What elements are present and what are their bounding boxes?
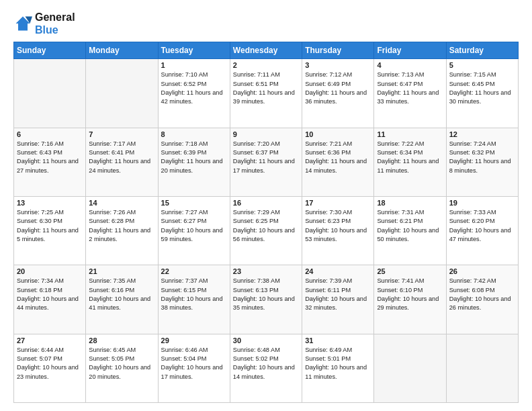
- logo-icon: [13, 14, 32, 33]
- day-number: 3: [305, 61, 371, 69]
- day-content: Sunrise: 7:27 AM Sunset: 6:27 PM Dayligh…: [161, 208, 227, 244]
- day-number: 30: [233, 336, 299, 345]
- day-content: Sunrise: 7:15 AM Sunset: 6:45 PM Dayligh…: [449, 71, 515, 106]
- day-number: 24: [305, 267, 371, 275]
- day-cell: 18Sunrise: 7:31 AM Sunset: 6:21 PM Dayli…: [374, 197, 446, 265]
- weekday-header-row: SundayMondayTuesdayWednesdayThursdayFrid…: [14, 42, 519, 59]
- day-cell: 12Sunrise: 7:24 AM Sunset: 6:32 PM Dayli…: [446, 128, 518, 196]
- day-content: Sunrise: 6:46 AM Sunset: 5:04 PM Dayligh…: [161, 346, 227, 381]
- day-number: 25: [377, 267, 443, 275]
- day-content: Sunrise: 6:45 AM Sunset: 5:05 PM Dayligh…: [89, 346, 154, 381]
- day-cell: 27Sunrise: 6:44 AM Sunset: 5:07 PM Dayli…: [14, 334, 86, 402]
- logo: General Blue: [13, 11, 75, 36]
- day-content: Sunrise: 7:33 AM Sunset: 6:20 PM Dayligh…: [449, 208, 515, 244]
- week-row-4: 20Sunrise: 7:34 AM Sunset: 6:18 PM Dayli…: [14, 265, 519, 334]
- day-number: 18: [377, 199, 443, 207]
- day-number: 12: [449, 130, 515, 138]
- day-number: 26: [449, 267, 515, 275]
- day-cell: 31Sunrise: 6:49 AM Sunset: 5:01 PM Dayli…: [302, 334, 374, 402]
- week-row-1: 1Sunrise: 7:10 AM Sunset: 6:52 PM Daylig…: [14, 59, 519, 128]
- day-content: Sunrise: 7:13 AM Sunset: 6:47 PM Dayligh…: [377, 71, 443, 106]
- day-content: Sunrise: 7:41 AM Sunset: 6:10 PM Dayligh…: [377, 277, 443, 312]
- day-cell: 9Sunrise: 7:20 AM Sunset: 6:37 PM Daylig…: [230, 128, 302, 196]
- day-cell: 29Sunrise: 6:46 AM Sunset: 5:04 PM Dayli…: [158, 334, 230, 402]
- day-number: 28: [89, 336, 154, 345]
- day-number: 17: [305, 199, 371, 207]
- week-row-2: 6Sunrise: 7:16 AM Sunset: 6:43 PM Daylig…: [14, 128, 519, 196]
- day-content: Sunrise: 7:42 AM Sunset: 6:08 PM Dayligh…: [449, 277, 515, 312]
- weekday-header-saturday: Saturday: [446, 42, 518, 59]
- day-number: 7: [89, 130, 154, 138]
- day-cell: 8Sunrise: 7:18 AM Sunset: 6:39 PM Daylig…: [158, 128, 230, 196]
- day-content: Sunrise: 7:37 AM Sunset: 6:15 PM Dayligh…: [161, 277, 227, 312]
- day-number: 2: [233, 61, 299, 69]
- day-cell: 2Sunrise: 7:11 AM Sunset: 6:51 PM Daylig…: [230, 59, 302, 128]
- day-number: 1: [161, 61, 227, 69]
- day-cell: 19Sunrise: 7:33 AM Sunset: 6:20 PM Dayli…: [446, 197, 518, 265]
- day-content: Sunrise: 7:16 AM Sunset: 6:43 PM Dayligh…: [17, 140, 83, 175]
- day-cell: 21Sunrise: 7:35 AM Sunset: 6:16 PM Dayli…: [86, 265, 158, 334]
- day-cell: 11Sunrise: 7:22 AM Sunset: 6:34 PM Dayli…: [374, 128, 446, 196]
- day-content: Sunrise: 7:21 AM Sunset: 6:36 PM Dayligh…: [305, 140, 371, 175]
- day-cell: 22Sunrise: 7:37 AM Sunset: 6:15 PM Dayli…: [158, 265, 230, 334]
- week-row-5: 27Sunrise: 6:44 AM Sunset: 5:07 PM Dayli…: [14, 334, 519, 402]
- day-number: 4: [377, 61, 443, 69]
- day-content: Sunrise: 7:25 AM Sunset: 6:30 PM Dayligh…: [17, 208, 83, 244]
- day-number: 5: [449, 61, 515, 69]
- day-cell: 10Sunrise: 7:21 AM Sunset: 6:36 PM Dayli…: [302, 128, 374, 196]
- day-content: Sunrise: 7:34 AM Sunset: 6:18 PM Dayligh…: [17, 277, 83, 312]
- day-number: 6: [17, 130, 83, 138]
- day-cell: 23Sunrise: 7:38 AM Sunset: 6:13 PM Dayli…: [230, 265, 302, 334]
- day-cell: 30Sunrise: 6:48 AM Sunset: 5:02 PM Dayli…: [230, 334, 302, 402]
- weekday-header-tuesday: Tuesday: [158, 42, 230, 59]
- page: General Blue SundayMondayTuesdayWednesda…: [0, 0, 532, 411]
- day-cell: 13Sunrise: 7:25 AM Sunset: 6:30 PM Dayli…: [14, 197, 86, 265]
- day-cell: 14Sunrise: 7:26 AM Sunset: 6:28 PM Dayli…: [86, 197, 158, 265]
- day-number: 31: [305, 336, 371, 345]
- day-cell: 16Sunrise: 7:29 AM Sunset: 6:25 PM Dayli…: [230, 197, 302, 265]
- week-row-3: 13Sunrise: 7:25 AM Sunset: 6:30 PM Dayli…: [14, 197, 519, 265]
- day-cell: 17Sunrise: 7:30 AM Sunset: 6:23 PM Dayli…: [302, 197, 374, 265]
- day-number: 22: [161, 267, 227, 275]
- day-content: Sunrise: 7:35 AM Sunset: 6:16 PM Dayligh…: [89, 277, 154, 312]
- day-cell: [14, 59, 86, 128]
- day-cell: 7Sunrise: 7:17 AM Sunset: 6:41 PM Daylig…: [86, 128, 158, 196]
- header: General Blue: [13, 11, 519, 36]
- weekday-header-monday: Monday: [86, 42, 158, 59]
- day-number: 13: [17, 199, 83, 207]
- logo-text: General Blue: [35, 11, 75, 36]
- day-content: Sunrise: 7:18 AM Sunset: 6:39 PM Dayligh…: [161, 140, 227, 175]
- day-number: 21: [89, 267, 154, 275]
- calendar-table: SundayMondayTuesdayWednesdayThursdayFrid…: [13, 42, 519, 403]
- day-cell: 3Sunrise: 7:12 AM Sunset: 6:49 PM Daylig…: [302, 59, 374, 128]
- day-number: 23: [233, 267, 299, 275]
- day-content: Sunrise: 7:26 AM Sunset: 6:28 PM Dayligh…: [89, 208, 154, 244]
- day-cell: 28Sunrise: 6:45 AM Sunset: 5:05 PM Dayli…: [86, 334, 158, 402]
- day-cell: 20Sunrise: 7:34 AM Sunset: 6:18 PM Dayli…: [14, 265, 86, 334]
- day-content: Sunrise: 7:24 AM Sunset: 6:32 PM Dayligh…: [449, 140, 515, 175]
- day-number: 8: [161, 130, 227, 138]
- day-content: Sunrise: 7:30 AM Sunset: 6:23 PM Dayligh…: [305, 208, 371, 244]
- day-content: Sunrise: 7:20 AM Sunset: 6:37 PM Dayligh…: [233, 140, 299, 175]
- day-content: Sunrise: 7:38 AM Sunset: 6:13 PM Dayligh…: [233, 277, 299, 312]
- day-cell: 5Sunrise: 7:15 AM Sunset: 6:45 PM Daylig…: [446, 59, 518, 128]
- day-number: 14: [89, 199, 154, 207]
- day-number: 29: [161, 336, 227, 345]
- day-cell: 25Sunrise: 7:41 AM Sunset: 6:10 PM Dayli…: [374, 265, 446, 334]
- day-content: Sunrise: 6:48 AM Sunset: 5:02 PM Dayligh…: [233, 346, 299, 381]
- day-cell: 15Sunrise: 7:27 AM Sunset: 6:27 PM Dayli…: [158, 197, 230, 265]
- day-cell: [446, 334, 518, 402]
- day-content: Sunrise: 7:29 AM Sunset: 6:25 PM Dayligh…: [233, 208, 299, 244]
- day-content: Sunrise: 7:22 AM Sunset: 6:34 PM Dayligh…: [377, 140, 443, 175]
- day-content: Sunrise: 6:49 AM Sunset: 5:01 PM Dayligh…: [305, 346, 371, 381]
- weekday-header-friday: Friday: [374, 42, 446, 59]
- day-number: 10: [305, 130, 371, 138]
- day-number: 16: [233, 199, 299, 207]
- day-content: Sunrise: 6:44 AM Sunset: 5:07 PM Dayligh…: [17, 346, 83, 381]
- day-number: 15: [161, 199, 227, 207]
- weekday-header-thursday: Thursday: [302, 42, 374, 59]
- day-content: Sunrise: 7:39 AM Sunset: 6:11 PM Dayligh…: [305, 277, 371, 312]
- day-content: Sunrise: 7:31 AM Sunset: 6:21 PM Dayligh…: [377, 208, 443, 244]
- day-number: 9: [233, 130, 299, 138]
- weekday-header-sunday: Sunday: [14, 42, 86, 59]
